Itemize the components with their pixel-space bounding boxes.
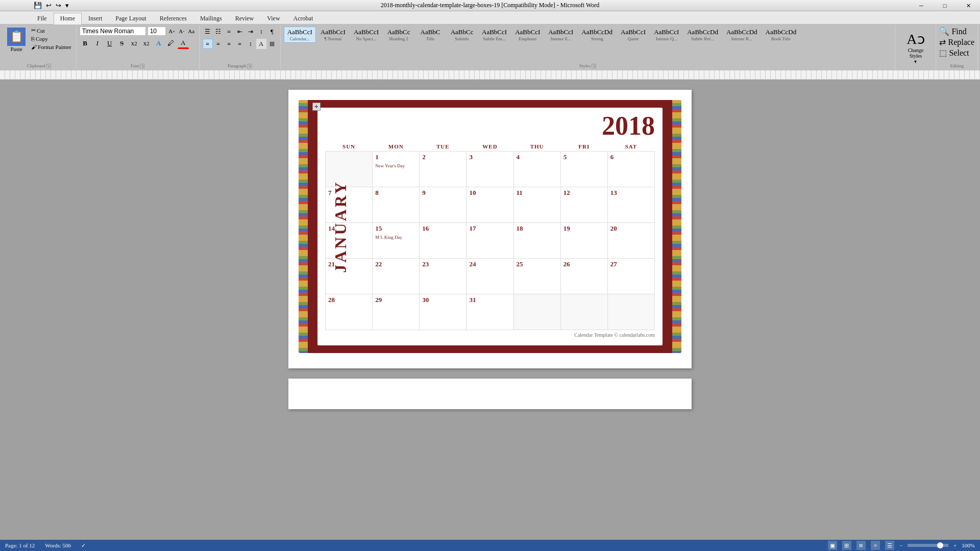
shading-button[interactable]: A bbox=[256, 39, 266, 49]
calendar-cell: 22 bbox=[373, 259, 420, 294]
style-item[interactable]: AaBbCcHeading 2 bbox=[383, 27, 414, 43]
style-item[interactable]: AaBbCcDdStrong bbox=[578, 27, 616, 43]
tab-home[interactable]: Home bbox=[54, 13, 82, 24]
undo-icon[interactable]: ↩ bbox=[45, 1, 53, 10]
spelling-icon[interactable]: ✓ bbox=[81, 542, 86, 549]
paragraph-group: ☰ ☷ ≡ ⇤ ⇥ ↕ ¶ ≡ ≡ ≡ ≡ ↕ A ⊞ Paragraph ↘ bbox=[200, 26, 281, 69]
style-item[interactable]: AaBbCcICalendar... bbox=[284, 27, 316, 43]
find-button[interactable]: 🔍 Find bbox=[939, 27, 966, 36]
align-left-button[interactable]: ≡ bbox=[203, 39, 213, 49]
tab-acrobat[interactable]: Acrobat bbox=[287, 13, 320, 24]
change-styles-button[interactable]: Aↄ Change Styles ▾ bbox=[902, 29, 928, 66]
day-number: 25 bbox=[517, 260, 558, 268]
minimize-button[interactable]: ─ bbox=[910, 0, 933, 11]
format-painter-label: Format Painter bbox=[38, 44, 71, 50]
select-icon: ⬚ bbox=[939, 48, 947, 57]
style-item[interactable]: AaBbCcDdIntense R... bbox=[723, 27, 761, 43]
change-case-button[interactable]: Aa bbox=[187, 27, 196, 36]
full-reading-button[interactable]: ⊞ bbox=[842, 541, 851, 550]
ruler bbox=[0, 70, 980, 80]
tab-view[interactable]: View bbox=[260, 13, 286, 24]
underline-button[interactable]: U bbox=[104, 38, 115, 49]
quick-access-dropdown[interactable]: ▾ bbox=[64, 1, 70, 10]
style-item[interactable]: AaBbCcDdSubtle Ref... bbox=[683, 27, 722, 43]
font-color-button[interactable]: A bbox=[178, 38, 189, 49]
increase-indent-button[interactable]: ⇥ bbox=[246, 27, 256, 37]
style-item[interactable]: AaBbCcIQuote bbox=[617, 27, 649, 43]
font-name-input[interactable] bbox=[80, 27, 146, 36]
align-center-button[interactable]: ≡ bbox=[213, 39, 224, 49]
tab-insert[interactable]: Insert bbox=[82, 13, 109, 24]
subscript-button[interactable]: x2 bbox=[129, 38, 140, 49]
calendar-cell: 19 bbox=[560, 223, 607, 259]
font-expander[interactable]: ↘ bbox=[140, 64, 144, 68]
styles-expander[interactable]: ↘ bbox=[592, 64, 596, 68]
zoom-slider[interactable] bbox=[908, 544, 948, 547]
print-view-button[interactable]: ▣ bbox=[828, 541, 837, 550]
font-size-input[interactable] bbox=[148, 27, 166, 36]
maximize-button[interactable]: □ bbox=[933, 0, 957, 11]
text-highlight-button[interactable]: 🖊 bbox=[165, 38, 177, 49]
zoom-level[interactable]: 100% bbox=[962, 542, 975, 548]
holiday-text: New Year's Day bbox=[375, 163, 416, 169]
style-item[interactable]: AaBbCcISubtle Em... bbox=[478, 27, 510, 43]
zoom-in-button[interactable]: + bbox=[953, 542, 957, 548]
multilevel-button[interactable]: ≡ bbox=[224, 27, 234, 37]
zoom-thumb[interactable] bbox=[937, 542, 943, 548]
decrease-indent-button[interactable]: ⇤ bbox=[235, 27, 245, 37]
copy-button[interactable]: ⎘ Copy bbox=[30, 35, 73, 42]
redo-icon[interactable]: ↪ bbox=[55, 1, 62, 10]
tab-references[interactable]: References bbox=[153, 13, 193, 24]
clipboard-expander[interactable]: ↘ bbox=[46, 64, 51, 68]
align-right-button[interactable]: ≡ bbox=[224, 39, 234, 49]
style-item[interactable]: AaBbCcINo Spaci... bbox=[350, 27, 382, 43]
close-button[interactable]: ✕ bbox=[957, 0, 980, 11]
outline-view-button[interactable]: ≡ bbox=[871, 541, 880, 550]
style-item[interactable]: AaBbCcIIntense E... bbox=[545, 27, 577, 43]
superscript-button[interactable]: x2 bbox=[141, 38, 152, 49]
change-styles-dropdown[interactable]: ▾ bbox=[914, 59, 917, 64]
paragraph-expander[interactable]: ↘ bbox=[247, 64, 252, 68]
text-effects-button[interactable]: A bbox=[153, 38, 164, 49]
show-marks-button[interactable]: ¶ bbox=[267, 27, 277, 37]
style-item[interactable]: AaBbCTitle bbox=[415, 27, 446, 43]
numbering-button[interactable]: ☷ bbox=[213, 27, 224, 37]
paste-button[interactable]: 📋 Paste bbox=[5, 27, 28, 53]
style-item[interactable]: AaBbCcIEmphasis bbox=[511, 27, 544, 43]
save-icon[interactable]: 💾 bbox=[33, 1, 43, 10]
select-button[interactable]: ⬚ Select bbox=[939, 48, 969, 58]
tab-page-layout[interactable]: Page Layout bbox=[109, 13, 153, 24]
font-grow-button[interactable]: A+ bbox=[167, 27, 177, 36]
strikethrough-button[interactable]: S bbox=[116, 38, 128, 49]
calendar-cell: 2 bbox=[420, 152, 467, 187]
justify-button[interactable]: ≡ bbox=[235, 39, 245, 49]
calendar-cell: 25 bbox=[513, 259, 560, 294]
tab-review[interactable]: Review bbox=[229, 13, 261, 24]
web-layout-button[interactable]: ≋ bbox=[856, 541, 866, 550]
day-number: 22 bbox=[375, 260, 416, 268]
tab-file[interactable]: File bbox=[31, 13, 54, 24]
line-spacing-button[interactable]: ↕ bbox=[246, 39, 256, 49]
style-item[interactable]: AaBbCcDdBook Title bbox=[762, 27, 800, 43]
clipboard-small-buttons: ✂ Cut ⎘ Copy 🖌 Format Painter bbox=[30, 27, 73, 51]
style-item[interactable]: AaBbCcIIntense Q... bbox=[650, 27, 682, 43]
move-handle[interactable]: ✛ bbox=[312, 103, 321, 111]
quick-access-toolbar[interactable]: 💾 ↩ ↪ ▾ bbox=[31, 0, 72, 11]
tab-mailings[interactable]: Mailings bbox=[193, 13, 229, 24]
zoom-out-button[interactable]: − bbox=[899, 542, 902, 548]
style-item[interactable]: AaBbCcSubtitle bbox=[447, 27, 477, 43]
draft-view-button[interactable]: ☰ bbox=[885, 541, 894, 550]
cut-button[interactable]: ✂ Cut bbox=[30, 27, 73, 34]
style-item[interactable]: AaBbCcI¶ Normal bbox=[317, 27, 349, 43]
font-shrink-button[interactable]: A- bbox=[177, 27, 186, 36]
replace-button[interactable]: ⇄ Replace bbox=[939, 37, 974, 47]
bullets-button[interactable]: ☰ bbox=[203, 27, 213, 37]
sort-button[interactable]: ↕ bbox=[256, 27, 266, 37]
calendar-cell bbox=[560, 294, 607, 330]
format-painter-button[interactable]: 🖌 Format Painter bbox=[30, 43, 73, 51]
calendar-cell: 12 bbox=[560, 187, 607, 223]
borders-button[interactable]: ⊞ bbox=[267, 39, 277, 49]
bold-button[interactable]: B bbox=[80, 38, 91, 49]
italic-button[interactable]: I bbox=[92, 38, 103, 49]
calendar-cell: 16 bbox=[420, 223, 467, 259]
